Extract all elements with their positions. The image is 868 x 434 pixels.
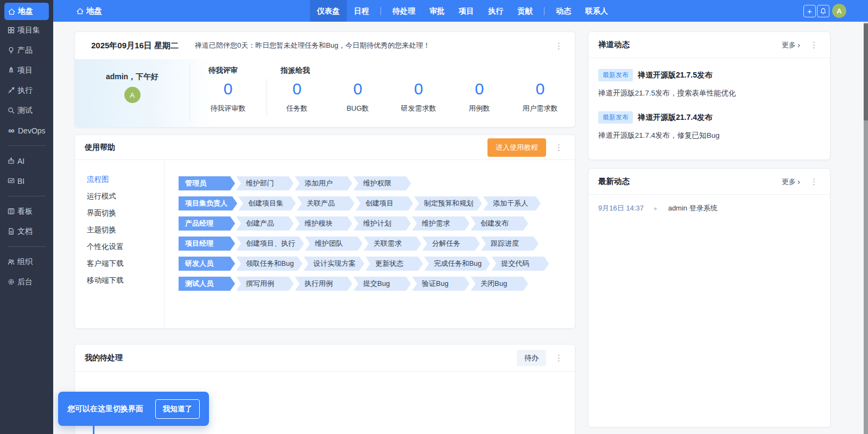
more-label: 更多 xyxy=(782,177,796,187)
activity-item[interactable]: 9月16日 14:37 ● admin 登录系统 xyxy=(598,203,820,213)
tooltip-text: 您可以在这里切换界面 xyxy=(67,404,143,414)
kebab-menu-icon[interactable]: ⋮ xyxy=(808,40,820,50)
flow-role-chip: 研发人员 xyxy=(179,257,235,271)
sidebar-item-kanban[interactable]: 看板 xyxy=(0,201,53,221)
flow-step-chip: 维护模块 xyxy=(295,216,352,231)
sidebar-item-doc[interactable]: 文档 xyxy=(0,221,53,241)
scrollbar-thumb[interactable] xyxy=(864,24,868,120)
topbar-actions: + A xyxy=(803,0,846,22)
news-header: 禅道动态 更多 › ⋮ xyxy=(588,32,830,58)
page-scrollbar[interactable] xyxy=(864,23,868,434)
help-menu-ui-switch[interactable]: 界面切换 xyxy=(75,205,164,221)
stat-task-count[interactable]: 0 任务数 xyxy=(267,75,327,113)
help-menu-client-download[interactable]: 客户端下载 xyxy=(75,255,164,272)
sidebar-item-label: 项目 xyxy=(17,66,33,75)
sidebar-divider xyxy=(8,246,46,247)
sidebar-item-program[interactable]: 项目集 xyxy=(0,20,53,40)
sidebar-item-label: 产品 xyxy=(17,46,33,55)
stat-value: 0 xyxy=(388,79,449,99)
stat-case-count[interactable]: 0 用例数 xyxy=(449,75,510,113)
tab-project[interactable]: 项目 xyxy=(452,0,481,22)
tab-separator xyxy=(381,7,381,15)
help-header: 使用帮助 进入使用教程 ⋮ xyxy=(75,135,575,160)
flow-step-chip: 跟踪进度 xyxy=(481,237,538,251)
topbar-tabs: 仪表盘 日程 待处理 审批 项目 执行 贡献 动态 联系人 xyxy=(310,0,615,22)
kebab-menu-icon[interactable]: ⋮ xyxy=(553,353,565,363)
sidebar-item-label: BI xyxy=(17,177,24,186)
guide-tooltip: 您可以在这里切换界面 我知道了 xyxy=(58,392,209,426)
sidebar-item-execution[interactable]: 执行 xyxy=(0,80,53,100)
todo-filter-button[interactable]: 待办 xyxy=(517,350,546,366)
flow-step-chip: 领取任务和Bug xyxy=(236,257,302,271)
sidebar-item-label: 后台 xyxy=(17,277,33,287)
tutorial-button[interactable]: 进入使用教程 xyxy=(487,138,546,157)
tab-contacts[interactable]: 联系人 xyxy=(578,0,615,22)
sidebar-item-project[interactable]: 项目 xyxy=(0,60,53,80)
gear-icon xyxy=(7,278,15,286)
grid-icon xyxy=(7,26,15,34)
stat-label: 研发需求数 xyxy=(388,104,449,113)
sidebar-item-label: 文档 xyxy=(17,227,33,237)
stat-bug-count[interactable]: 0 BUG数 xyxy=(327,75,388,113)
stat-group-label: 指派给我 xyxy=(267,59,575,75)
sidebar-item-admin[interactable]: 后台 xyxy=(0,272,53,292)
sidebar-item-devops[interactable]: ∞ DevOps xyxy=(0,120,53,141)
news-badge: 最新发布 xyxy=(598,69,633,81)
latest-header: 最新动态 更多 › ⋮ xyxy=(588,169,830,195)
flow-step-chip: 分解任务 xyxy=(422,237,480,251)
news-more-link[interactable]: 更多 › xyxy=(782,40,800,50)
news-item[interactable]: 最新发布 禅道开源版21.7.5发布 禅道开源版21.7.5发布，搜索表单性能优… xyxy=(598,69,820,98)
flow-step-chip: 维护需求 xyxy=(412,216,470,231)
sidebar-item-label: AI xyxy=(17,157,24,165)
avatar[interactable]: A xyxy=(124,87,141,103)
tab-dashboard[interactable]: 仪表盘 xyxy=(310,0,347,22)
sidebar-divider xyxy=(8,196,46,196)
stats-panel: 待我评审 0 待我评审数 指派给我 0 任务数 0 xyxy=(189,59,575,127)
rocket-icon xyxy=(7,66,15,74)
kebab-menu-icon[interactable]: ⋮ xyxy=(553,41,565,51)
stat-label: BUG数 xyxy=(327,104,388,113)
topbar-home[interactable]: 地盘 xyxy=(76,0,102,22)
stat-requirement-count[interactable]: 0 用户需求数 xyxy=(510,75,571,113)
tab-calendar[interactable]: 日程 xyxy=(347,0,376,22)
user-avatar[interactable]: A xyxy=(832,4,846,18)
news-item-desc: 禅道开源版21.7.5发布，搜索表单性能优化 xyxy=(598,88,820,98)
help-menu-theme[interactable]: 主题切换 xyxy=(75,221,164,238)
home-icon xyxy=(76,7,84,15)
help-menu-flowchart[interactable]: 流程图 xyxy=(75,171,164,188)
tab-dynamic[interactable]: 动态 xyxy=(549,0,578,22)
sidebar-item-org[interactable]: 组织 xyxy=(0,252,53,272)
stat-story-count[interactable]: 0 研发需求数 xyxy=(388,75,449,113)
help-menu-personalize[interactable]: 个性化设置 xyxy=(75,238,164,255)
divider xyxy=(267,79,267,117)
sidebar-item-bi[interactable]: BI xyxy=(0,171,53,191)
flow-step-chip: 撰写用例 xyxy=(236,277,294,291)
stat-value: 0 xyxy=(449,79,510,99)
tab-todo[interactable]: 待处理 xyxy=(385,0,422,22)
stat-value: 0 xyxy=(267,79,327,99)
tab-execution[interactable]: 执行 xyxy=(481,0,510,22)
sidebar-item-dashboard[interactable]: 地盘 xyxy=(4,3,49,20)
latest-more-link[interactable]: 更多 › xyxy=(782,177,800,187)
tab-review[interactable]: 审批 xyxy=(422,0,452,22)
flowchart: 管理员 维护部门 添加用户 维护权限 项目集负责人 创建项目集 关联产品 创建项… xyxy=(164,160,575,329)
flow-step-chip: 添加干系人 xyxy=(483,196,541,210)
sidebar-item-ai[interactable]: AI xyxy=(0,151,53,171)
welcome-message: 禅道已陪伴您0天：昨日您暂未处理任务和Bug，今日期待优秀的您来处理！ xyxy=(195,41,430,50)
kebab-menu-icon[interactable]: ⋮ xyxy=(808,176,820,187)
tab-contribution[interactable]: 贡献 xyxy=(510,0,540,22)
create-button[interactable]: + xyxy=(803,5,816,17)
notifications-button[interactable] xyxy=(817,5,829,17)
search-icon xyxy=(7,106,15,114)
tooltip-confirm-button[interactable]: 我知道了 xyxy=(155,399,200,419)
help-menu-mobile-download[interactable]: 移动端下载 xyxy=(75,272,164,289)
stat-review-count[interactable]: 0 待我评审数 xyxy=(189,75,267,113)
sidebar-item-product[interactable]: 产品 xyxy=(0,40,53,60)
help-menu-mode[interactable]: 运行模式 xyxy=(75,188,164,205)
news-item[interactable]: 最新发布 禅道开源版21.7.4发布 禅道开源版21.7.4发布，修复已知Bug xyxy=(598,111,820,141)
sidebar-divider xyxy=(8,145,46,146)
help-card: 使用帮助 进入使用教程 ⋮ 流程图 运行模式 界面切换 主题切换 个性化设置 客… xyxy=(74,135,575,329)
kebab-menu-icon[interactable]: ⋮ xyxy=(553,142,565,152)
kanban-icon xyxy=(7,207,15,215)
sidebar-item-qa[interactable]: 测试 xyxy=(0,100,53,120)
